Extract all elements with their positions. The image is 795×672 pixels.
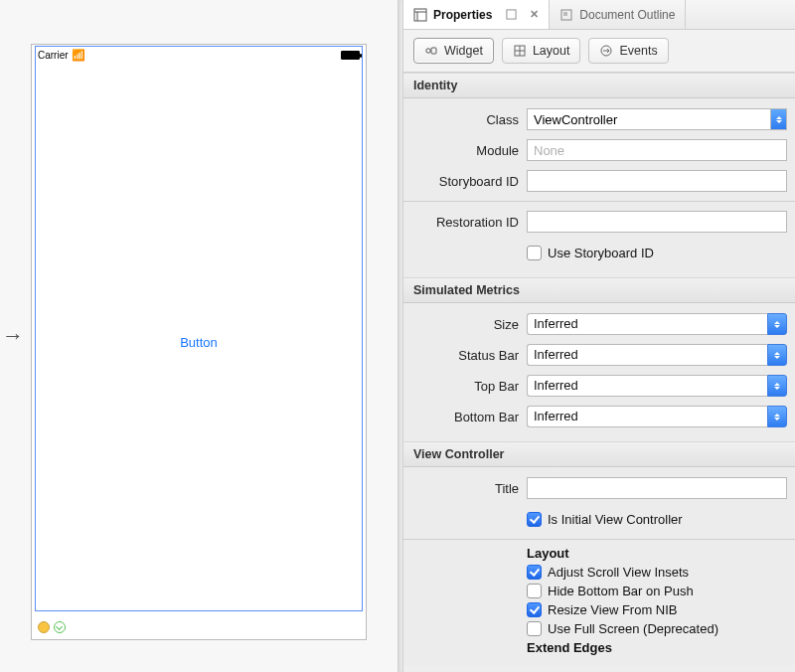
size-popup[interactable]: Inferred bbox=[527, 313, 787, 335]
tab-widget[interactable]: Widget bbox=[413, 38, 494, 64]
use-storyboard-id-label: Use Storyboard ID bbox=[548, 246, 654, 260]
hide-bottom-checkbox[interactable]: Hide Bottom Bar on Push bbox=[527, 584, 787, 598]
scene-selection-outline bbox=[35, 46, 363, 611]
hide-bottom-label: Hide Bottom Bar on Push bbox=[548, 584, 694, 598]
title-field[interactable] bbox=[527, 477, 787, 499]
widget-tab-icon bbox=[424, 44, 438, 58]
bottombar-value: Inferred bbox=[527, 406, 767, 427]
svg-point-6 bbox=[426, 49, 430, 53]
pad-tab-document-outline[interactable]: Document Outline bbox=[550, 0, 686, 29]
segue-arrow-icon: → bbox=[2, 323, 24, 349]
popup-arrows-icon[interactable] bbox=[767, 313, 787, 335]
tab-layout[interactable]: Layout bbox=[502, 38, 581, 64]
class-dropdown-button[interactable] bbox=[770, 108, 787, 130]
viewcontroller-dock-icon[interactable] bbox=[38, 621, 50, 633]
pad-autohide-icon[interactable] bbox=[504, 8, 518, 22]
storyboard-id-label: Storyboard ID bbox=[411, 174, 519, 189]
tab-label: Events bbox=[619, 44, 657, 58]
title-label: Title bbox=[411, 481, 519, 496]
svg-rect-3 bbox=[507, 10, 516, 19]
class-label: Class bbox=[411, 112, 519, 127]
tab-label: Layout bbox=[533, 44, 570, 58]
module-field[interactable] bbox=[527, 139, 787, 161]
property-subtabs: Widget Layout Events bbox=[403, 30, 795, 73]
bottombar-popup[interactable]: Inferred bbox=[527, 406, 787, 427]
topbar-value: Inferred bbox=[527, 375, 767, 397]
pad-tabs: Properties ✕ Document Outline bbox=[403, 0, 795, 30]
canvas-element-button[interactable]: Button bbox=[180, 335, 218, 350]
statusbar-label: Status Bar bbox=[411, 348, 519, 363]
tab-label: Widget bbox=[444, 44, 483, 58]
pad-close-icon[interactable]: ✕ bbox=[530, 8, 539, 21]
pad-tab-label: Document Outline bbox=[579, 8, 675, 22]
outline-pad-icon bbox=[559, 8, 573, 22]
topbar-label: Top Bar bbox=[411, 379, 519, 394]
popup-arrows-icon[interactable] bbox=[767, 344, 787, 366]
restoration-id-label: Restoration ID bbox=[411, 215, 519, 230]
full-screen-label: Use Full Screen (Deprecated) bbox=[548, 621, 718, 636]
class-field[interactable] bbox=[527, 108, 770, 130]
svg-rect-7 bbox=[431, 48, 436, 54]
separator bbox=[403, 539, 795, 540]
properties-pad-icon bbox=[413, 8, 427, 22]
resize-nib-label: Resize View From NIB bbox=[548, 602, 678, 617]
section-header-identity[interactable]: Identity bbox=[403, 73, 795, 98]
resize-nib-checkbox[interactable]: Resize View From NIB bbox=[527, 602, 787, 617]
section-view-controller: Title Is Initial View Controller Layout bbox=[403, 467, 795, 665]
layout-group-title: Layout bbox=[527, 546, 787, 561]
statusbar-value: Inferred bbox=[527, 344, 767, 366]
size-value: Inferred bbox=[527, 313, 767, 335]
section-header-simulated-metrics[interactable]: Simulated Metrics bbox=[403, 277, 795, 303]
is-initial-label: Is Initial View Controller bbox=[548, 512, 683, 527]
section-identity: Class Module Storyboard ID bbox=[403, 98, 795, 277]
statusbar-popup[interactable]: Inferred bbox=[527, 344, 787, 366]
size-label: Size bbox=[411, 317, 519, 332]
pad-tab-properties[interactable]: Properties ✕ bbox=[403, 0, 550, 29]
svg-rect-0 bbox=[414, 9, 426, 21]
bottombar-label: Bottom Bar bbox=[411, 410, 519, 424]
use-storyboard-id-checkbox[interactable]: Use Storyboard ID bbox=[527, 246, 787, 260]
layout-tab-icon bbox=[513, 44, 527, 58]
separator bbox=[403, 201, 795, 202]
popup-arrows-icon[interactable] bbox=[767, 406, 787, 427]
tab-events[interactable]: Events bbox=[588, 38, 668, 64]
scene-dock[interactable] bbox=[38, 621, 66, 633]
module-label: Module bbox=[411, 143, 519, 158]
restoration-id-field[interactable] bbox=[527, 211, 787, 233]
device-frame[interactable]: Carrier 📶 Button bbox=[31, 44, 367, 640]
topbar-popup[interactable]: Inferred bbox=[527, 375, 787, 397]
events-tab-icon bbox=[599, 44, 613, 58]
pad-tab-label: Properties bbox=[433, 8, 492, 22]
popup-arrows-icon[interactable] bbox=[767, 375, 787, 397]
properties-pad: Properties ✕ Document Outline Widget bbox=[403, 0, 795, 672]
section-simulated-metrics: Size Inferred Status Bar Inferred bbox=[403, 303, 795, 441]
svg-rect-5 bbox=[563, 12, 567, 16]
design-canvas[interactable]: → Carrier 📶 Button bbox=[0, 0, 398, 672]
storyboard-id-field[interactable] bbox=[527, 170, 787, 192]
full-screen-checkbox[interactable]: Use Full Screen (Deprecated) bbox=[527, 621, 787, 636]
adjust-insets-checkbox[interactable]: Adjust Scroll View Insets bbox=[527, 565, 787, 580]
extend-edges-group-title: Extend Edges bbox=[527, 640, 787, 655]
is-initial-checkbox[interactable]: Is Initial View Controller bbox=[527, 512, 787, 527]
section-header-view-controller[interactable]: View Controller bbox=[403, 441, 795, 467]
exit-dock-icon[interactable] bbox=[54, 621, 66, 633]
adjust-insets-label: Adjust Scroll View Insets bbox=[548, 565, 689, 580]
